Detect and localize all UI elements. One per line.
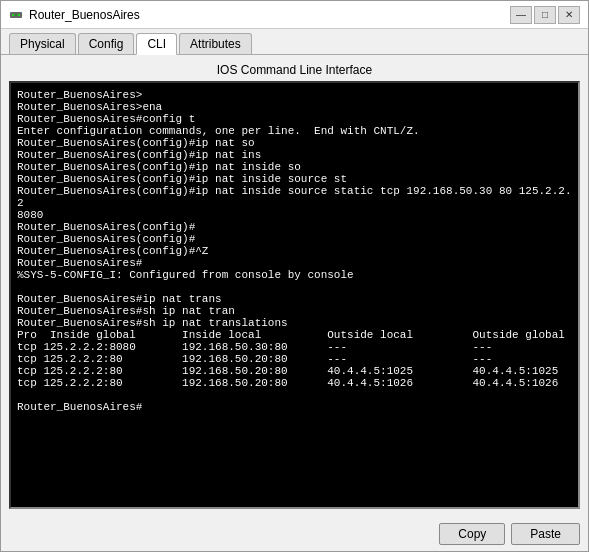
main-content: IOS Command Line Interface Router_Buenos… (1, 55, 588, 517)
close-button[interactable]: ✕ (558, 6, 580, 24)
cli-terminal[interactable]: Router_BuenosAires> Router_BuenosAires>e… (9, 81, 580, 509)
main-window: Router_BuenosAires — □ ✕ Physical Config… (0, 0, 589, 552)
title-controls: — □ ✕ (510, 6, 580, 24)
tab-physical[interactable]: Physical (9, 33, 76, 54)
tab-cli[interactable]: CLI (136, 33, 177, 55)
minimize-button[interactable]: — (510, 6, 532, 24)
tab-bar: Physical Config CLI Attributes (1, 29, 588, 55)
svg-point-2 (15, 14, 17, 16)
svg-point-3 (18, 14, 20, 16)
section-title: IOS Command Line Interface (9, 63, 580, 77)
copy-button[interactable]: Copy (439, 523, 505, 545)
maximize-button[interactable]: □ (534, 6, 556, 24)
bottom-bar: Copy Paste (1, 517, 588, 551)
tab-attributes[interactable]: Attributes (179, 33, 252, 54)
tab-config[interactable]: Config (78, 33, 135, 54)
svg-point-1 (12, 14, 14, 16)
title-bar: Router_BuenosAires — □ ✕ (1, 1, 588, 29)
window-title: Router_BuenosAires (29, 8, 140, 22)
paste-button[interactable]: Paste (511, 523, 580, 545)
router-icon (9, 8, 23, 22)
title-bar-left: Router_BuenosAires (9, 8, 140, 22)
